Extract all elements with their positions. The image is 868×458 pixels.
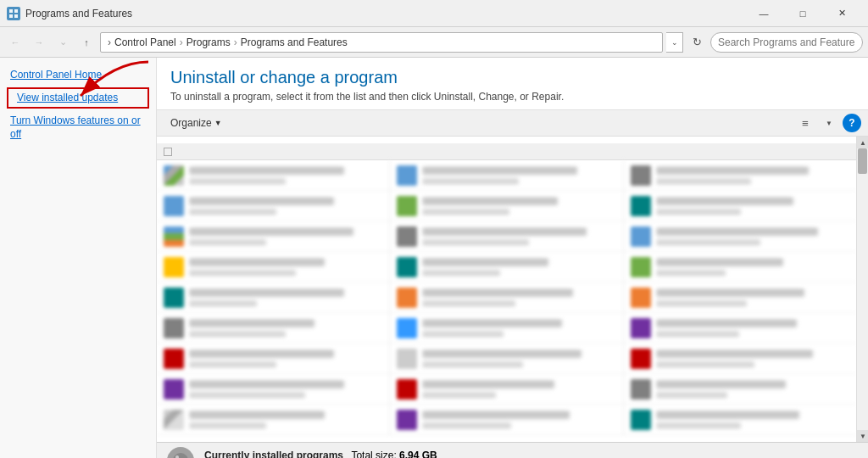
help-button[interactable]: ? <box>843 114 861 132</box>
table-row[interactable] <box>157 344 389 374</box>
program-info <box>422 380 615 399</box>
table-row[interactable] <box>624 252 856 282</box>
view-icon: ≡ <box>802 117 809 130</box>
program-icon <box>397 349 417 369</box>
programs-status-icon <box>167 447 194 459</box>
table-row[interactable] <box>157 252 389 282</box>
scroll-track[interactable] <box>857 148 868 430</box>
program-icon <box>164 226 184 247</box>
svg-rect-3 <box>9 14 13 18</box>
scroll-down-button[interactable]: ▼ <box>857 430 868 442</box>
table-row[interactable] <box>624 282 856 313</box>
vertical-scrollbar[interactable]: ▲ ▼ <box>856 137 868 442</box>
minimize-button[interactable]: — <box>744 0 783 27</box>
view-dropdown-button[interactable]: ▼ <box>819 114 839 132</box>
status-label-row: Currently installed programs Total size:… <box>204 450 437 459</box>
search-input[interactable] <box>710 32 863 53</box>
path-control-panel: Control Panel <box>114 36 176 48</box>
organize-button[interactable]: Organize ▼ <box>164 114 229 131</box>
program-icon <box>164 379 184 399</box>
program-info <box>656 197 849 215</box>
svg-point-5 <box>173 453 188 459</box>
table-row[interactable] <box>157 191 389 221</box>
program-info <box>656 258 849 276</box>
program-icon <box>164 196 184 216</box>
table-row[interactable] <box>390 160 622 191</box>
title-bar: Programs and Features — □ ✕ <box>0 0 868 27</box>
table-row[interactable] <box>624 160 856 191</box>
program-info <box>422 288 615 307</box>
table-row[interactable] <box>390 252 622 282</box>
program-icon <box>164 288 184 308</box>
program-icon <box>631 349 651 369</box>
refresh-button[interactable]: ↻ <box>687 32 707 53</box>
programs-toolbar: Organize ▼ ≡ ▼ ? <box>157 110 868 137</box>
program-info <box>189 411 382 429</box>
path-separator-2: › <box>234 36 237 48</box>
organize-arrow: ▼ <box>214 119 222 127</box>
forward-button[interactable]: → <box>29 32 49 53</box>
table-row[interactable] <box>157 313 389 344</box>
status-total-value: 6.94 GB <box>399 450 437 459</box>
status-total-label: Total size: <box>351 450 396 459</box>
address-path[interactable]: › Control Panel › Programs › Programs an… <box>100 32 663 53</box>
table-row[interactable] <box>157 282 389 313</box>
back-button[interactable]: ← <box>5 32 25 53</box>
program-icon <box>397 196 417 216</box>
table-row[interactable] <box>624 191 856 221</box>
window-title: Programs and Features <box>25 8 744 20</box>
program-info <box>422 258 615 276</box>
address-bar: ← → ⌄ ↑ › Control Panel › Programs › Pro… <box>0 27 868 58</box>
table-row[interactable] <box>390 405 622 435</box>
up-button[interactable]: ↑ <box>76 32 97 53</box>
table-row[interactable] <box>390 344 622 374</box>
program-icon <box>397 318 417 338</box>
table-row[interactable] <box>390 374 622 405</box>
program-info <box>189 319 382 338</box>
svg-rect-2 <box>14 9 18 13</box>
sidebar-view-installed-updates[interactable]: View installed updates <box>7 87 149 109</box>
dropdown-recent-button[interactable]: ⌄ <box>53 32 73 53</box>
table-row[interactable] <box>624 405 856 435</box>
maximize-button[interactable]: □ <box>783 0 822 27</box>
sidebar-turn-windows-features[interactable]: Turn Windows features on or off <box>0 110 156 146</box>
program-icon <box>631 410 651 430</box>
program-icon <box>631 196 651 216</box>
table-row[interactable] <box>157 405 389 435</box>
program-info <box>422 166 615 185</box>
program-info <box>422 197 615 215</box>
scroll-up-button[interactable]: ▲ <box>857 137 868 148</box>
table-row[interactable] <box>390 282 622 313</box>
table-row[interactable] <box>157 160 389 191</box>
table-row[interactable] <box>624 221 856 252</box>
path-part-1: › <box>108 36 111 48</box>
program-info <box>189 166 382 185</box>
program-icon <box>631 165 651 186</box>
program-icon <box>631 318 651 338</box>
program-info <box>189 258 382 276</box>
program-info <box>656 380 849 399</box>
table-row[interactable] <box>624 344 856 374</box>
table-row[interactable] <box>157 221 389 252</box>
program-icon <box>397 257 417 277</box>
path-separator-1: › <box>180 36 183 48</box>
program-info <box>189 197 382 215</box>
sidebar-control-panel-home[interactable]: Control Panel Home <box>0 64 156 86</box>
status-info: Currently installed programs Total size:… <box>204 450 437 459</box>
program-info <box>656 411 849 429</box>
status-bar: Currently installed programs Total size:… <box>157 442 868 458</box>
program-icon <box>397 226 417 247</box>
table-row[interactable] <box>624 374 856 405</box>
program-info <box>189 349 382 368</box>
table-row[interactable] <box>390 221 622 252</box>
table-row[interactable] <box>157 374 389 405</box>
view-button[interactable]: ≡ <box>795 114 815 132</box>
close-button[interactable]: ✕ <box>822 0 861 27</box>
address-dropdown-button[interactable]: ⌄ <box>666 32 683 53</box>
table-row[interactable] <box>390 313 622 344</box>
programs-list <box>157 137 856 442</box>
scroll-thumb[interactable] <box>858 148 867 174</box>
table-row[interactable] <box>390 191 622 221</box>
table-row[interactable] <box>624 313 856 344</box>
program-icon <box>631 288 651 308</box>
